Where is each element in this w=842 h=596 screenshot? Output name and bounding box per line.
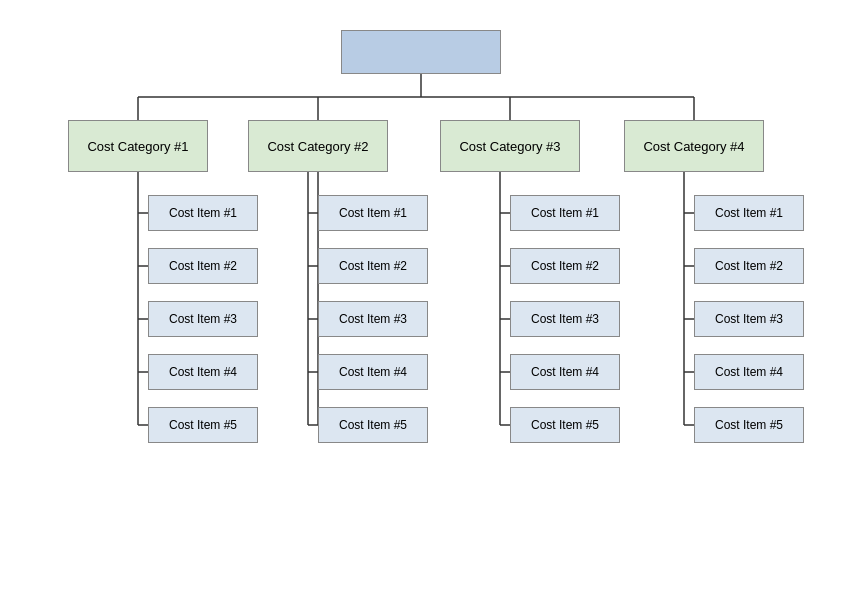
item-node-cat3-item1: Cost Item #1 bbox=[510, 195, 620, 231]
category-node-1: Cost Category #1 bbox=[68, 120, 208, 172]
category-label-2: Cost Category #2 bbox=[267, 139, 368, 154]
item-node-cat3-item5: Cost Item #5 bbox=[510, 407, 620, 443]
item-label-cat2-item4: Cost Item #4 bbox=[339, 365, 407, 379]
category-label-3: Cost Category #3 bbox=[459, 139, 560, 154]
item-node-cat4-item4: Cost Item #4 bbox=[694, 354, 804, 390]
item-node-cat2-item1: Cost Item #1 bbox=[318, 195, 428, 231]
item-label-cat2-item5: Cost Item #5 bbox=[339, 418, 407, 432]
item-node-cat4-item3: Cost Item #3 bbox=[694, 301, 804, 337]
item-node-cat2-item5: Cost Item #5 bbox=[318, 407, 428, 443]
item-label-cat4-item3: Cost Item #3 bbox=[715, 312, 783, 326]
item-label-cat4-item5: Cost Item #5 bbox=[715, 418, 783, 432]
item-label-cat2-item3: Cost Item #3 bbox=[339, 312, 407, 326]
item-node-cat4-item5: Cost Item #5 bbox=[694, 407, 804, 443]
connectors bbox=[0, 0, 842, 596]
category-label-1: Cost Category #1 bbox=[87, 139, 188, 154]
item-label-cat4-item1: Cost Item #1 bbox=[715, 206, 783, 220]
item-node-cat4-item1: Cost Item #1 bbox=[694, 195, 804, 231]
diagram: Cost Category #1Cost Category #2Cost Cat… bbox=[0, 0, 842, 596]
item-node-cat1-item5: Cost Item #5 bbox=[148, 407, 258, 443]
item-label-cat3-item2: Cost Item #2 bbox=[531, 259, 599, 273]
item-node-cat2-item4: Cost Item #4 bbox=[318, 354, 428, 390]
category-label-4: Cost Category #4 bbox=[643, 139, 744, 154]
item-node-cat4-item2: Cost Item #2 bbox=[694, 248, 804, 284]
item-node-cat2-item2: Cost Item #2 bbox=[318, 248, 428, 284]
item-label-cat3-item3: Cost Item #3 bbox=[531, 312, 599, 326]
item-node-cat3-item3: Cost Item #3 bbox=[510, 301, 620, 337]
category-node-4: Cost Category #4 bbox=[624, 120, 764, 172]
item-label-cat2-item2: Cost Item #2 bbox=[339, 259, 407, 273]
project-node bbox=[341, 30, 501, 74]
item-node-cat3-item2: Cost Item #2 bbox=[510, 248, 620, 284]
item-node-cat1-item4: Cost Item #4 bbox=[148, 354, 258, 390]
item-label-cat3-item1: Cost Item #1 bbox=[531, 206, 599, 220]
item-label-cat1-item5: Cost Item #5 bbox=[169, 418, 237, 432]
item-label-cat1-item3: Cost Item #3 bbox=[169, 312, 237, 326]
item-label-cat1-item2: Cost Item #2 bbox=[169, 259, 237, 273]
item-node-cat1-item2: Cost Item #2 bbox=[148, 248, 258, 284]
item-label-cat3-item5: Cost Item #5 bbox=[531, 418, 599, 432]
item-label-cat4-item2: Cost Item #2 bbox=[715, 259, 783, 273]
category-node-2: Cost Category #2 bbox=[248, 120, 388, 172]
item-label-cat4-item4: Cost Item #4 bbox=[715, 365, 783, 379]
item-node-cat2-item3: Cost Item #3 bbox=[318, 301, 428, 337]
item-node-cat1-item1: Cost Item #1 bbox=[148, 195, 258, 231]
item-label-cat1-item1: Cost Item #1 bbox=[169, 206, 237, 220]
item-label-cat3-item4: Cost Item #4 bbox=[531, 365, 599, 379]
item-node-cat3-item4: Cost Item #4 bbox=[510, 354, 620, 390]
category-node-3: Cost Category #3 bbox=[440, 120, 580, 172]
item-label-cat1-item4: Cost Item #4 bbox=[169, 365, 237, 379]
item-label-cat2-item1: Cost Item #1 bbox=[339, 206, 407, 220]
item-node-cat1-item3: Cost Item #3 bbox=[148, 301, 258, 337]
